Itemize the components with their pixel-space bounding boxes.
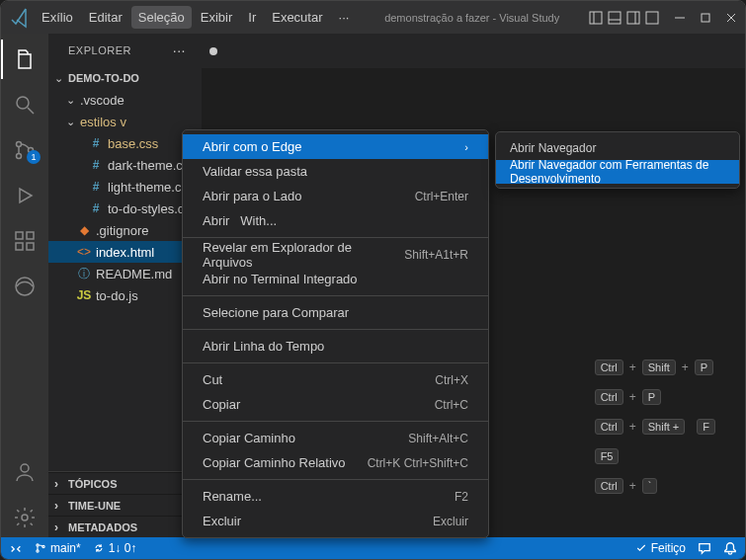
minimize-icon[interactable] [672, 10, 688, 26]
file-dark-theme.css[interactable]: #dark-theme.css [48, 154, 202, 176]
svg-rect-18 [27, 243, 34, 250]
subctx-abrir-navegador-com-ferramentas-de-desenvolvimento[interactable]: Abrir Navegador com Ferramentas de Desen… [496, 160, 739, 184]
svg-rect-6 [646, 12, 658, 24]
file-light-theme.css[interactable]: #light-theme.css [48, 176, 202, 198]
ctx-copiar[interactable]: CopiarCtrl+C [183, 392, 488, 417]
menu-separator [183, 237, 488, 238]
html-file-icon: <> [76, 245, 92, 259]
folder-estilos v[interactable]: ⌄estilos v [48, 111, 202, 132]
file-README.md[interactable]: ⓘREADME.md [48, 263, 202, 284]
sidebar-collapsible-sections: ›TÓPICOS›TIME-UNE›METADADOS [48, 471, 202, 537]
js-file-icon: JS [76, 288, 92, 302]
menu-separator [183, 329, 488, 330]
section-time-une[interactable]: ›TIME-UNE [48, 494, 202, 516]
keyboard-hint: Ctrl+` [595, 478, 658, 494]
file-index.html[interactable]: <>index.html [48, 241, 202, 263]
layout-panel-icon[interactable] [607, 10, 622, 26]
file-base.css[interactable]: #base.css [48, 132, 202, 154]
context-submenu[interactable]: Abrir NavegadorAbrir Navegador com Ferra… [495, 131, 740, 189]
source-control-icon[interactable]: 1 [1, 130, 48, 170]
remote-indicator[interactable] [9, 541, 23, 555]
menu-item-ir[interactable]: Ir [241, 6, 263, 29]
css-file-icon: # [88, 158, 104, 172]
svg-point-23 [37, 544, 39, 546]
ctx-copiar-caminho-relativo[interactable]: Copiar Caminho RelativoCtrl+K Ctrl+Shift… [183, 450, 488, 475]
menu-item-executar[interactable]: Executar [265, 6, 329, 29]
menu-item-exílio[interactable]: Exílio [35, 6, 80, 29]
layout-secondary-icon[interactable] [625, 10, 641, 26]
section-tópicos[interactable]: ›TÓPICOS [48, 472, 202, 494]
folder-.vscode[interactable]: ⌄.vscode [48, 89, 202, 111]
ctx-abrir-no-terminal-integrado[interactable]: Abrir no Terminal Integrado [183, 267, 488, 291]
ctx-excluir[interactable]: ExcluirExcluir [183, 509, 488, 533]
chevron-right-icon: › [464, 141, 468, 153]
svg-point-13 [17, 142, 22, 147]
section-metadados[interactable]: ›METADADOS [48, 516, 202, 537]
extensions-icon[interactable] [1, 221, 48, 261]
edge-tools-icon[interactable] [1, 267, 48, 306]
menu-item-···[interactable]: ··· [332, 6, 357, 29]
settings-gear-icon[interactable] [1, 498, 48, 537]
keyboard-hint: Ctrl+Shift + F [595, 419, 715, 435]
menu-separator [183, 362, 488, 363]
file-to-do-styles.css[interactable]: #to-do-styles.css [48, 198, 202, 219]
editor-tabs[interactable] [202, 34, 745, 68]
ctx-revelar-em-explorador-de-arquivos[interactable]: Revelar em Explorador de ArquivosShift+A… [183, 242, 488, 267]
more-actions-icon[interactable]: ··· [173, 42, 186, 58]
context-menu[interactable]: Abrir com o Edge›Validar essa pastaAbrir… [182, 129, 489, 538]
menu-item-exibir[interactable]: Exibir [194, 6, 240, 29]
git-file-icon: ◆ [76, 223, 92, 237]
search-icon[interactable] [1, 85, 48, 124]
accounts-icon[interactable] [1, 452, 48, 492]
css-file-icon: # [88, 180, 104, 194]
tree-item-label: estilos v [80, 115, 202, 129]
feedback-icon[interactable] [698, 541, 711, 555]
file-.gitignore[interactable]: ◆.gitignore [48, 219, 202, 241]
notifications-icon[interactable] [723, 541, 737, 555]
activity-bar: 1 [1, 34, 48, 537]
tree-item-label: .vscode [80, 93, 202, 108]
chevron-right-icon: › [54, 499, 68, 513]
ctx-abrir-para-o-lado[interactable]: Abrir para o LadoCtrl+Enter [183, 184, 488, 208]
chevron-down-icon: ⌄ [52, 72, 64, 85]
ctx-selecione-para-comparar[interactable]: Selecione para Comparar [183, 300, 488, 325]
file-to-do.js[interactable]: JSto-do.js [48, 284, 202, 306]
explorer-sidebar: EXPLORER ··· ⌄ DEMO-TO-DO ⌄.vscode⌄estil… [48, 34, 202, 537]
svg-rect-17 [16, 243, 23, 250]
spell-check-status[interactable]: Feitiço [635, 541, 686, 555]
menu-item-editar[interactable]: Editar [82, 6, 129, 29]
scm-badge: 1 [27, 150, 41, 164]
ctx-validar-essa-pasta[interactable]: Validar essa pasta [183, 159, 488, 184]
root-label: DEMO-TO-DO [68, 72, 202, 84]
window-title: demonstração a fazer - Visual Study [356, 12, 588, 24]
keyboard-hint: F5 [595, 448, 620, 464]
ctx-abrir-linha-do-tempo[interactable]: Abrir Linha do Tempo [183, 334, 488, 359]
status-bar: main* 1↓ 0↑ Feitiço [1, 537, 745, 559]
svg-rect-4 [627, 12, 639, 24]
ctx-abrir-with-[interactable]: Abrir With... [183, 208, 488, 233]
svg-point-11 [17, 97, 29, 109]
workspace-root[interactable]: ⌄ DEMO-TO-DO [48, 67, 202, 89]
git-branch[interactable]: main* [35, 541, 81, 555]
menu-item-seleção[interactable]: Seleção [131, 6, 192, 29]
layout-primary-icon[interactable] [588, 10, 604, 26]
ctx-rename-[interactable]: Rename...F2 [183, 484, 488, 509]
ctx-abrir-com-o-edge[interactable]: Abrir com o Edge› [183, 134, 488, 159]
subctx-abrir-navegador[interactable]: Abrir Navegador [496, 136, 739, 160]
maximize-icon[interactable] [698, 10, 713, 26]
ctx-copiar-caminho[interactable]: Copiar CaminhoShift+Alt+C [183, 426, 488, 450]
svg-rect-0 [590, 12, 602, 24]
chevron-right-icon: › [54, 520, 68, 534]
layout-customize-icon[interactable] [644, 10, 660, 26]
git-sync[interactable]: 1↓ 0↑ [93, 541, 137, 555]
chevron-right-icon: › [54, 477, 68, 491]
svg-point-22 [22, 515, 28, 520]
ctx-cut[interactable]: CutCtrl+X [183, 367, 488, 392]
explorer-icon[interactable] [1, 40, 48, 79]
close-icon[interactable] [723, 10, 739, 26]
svg-point-24 [37, 550, 39, 552]
chevron-down-icon: ⌄ [64, 116, 76, 128]
run-debug-icon[interactable] [1, 176, 48, 215]
menu-separator [183, 295, 488, 296]
menu-separator [183, 421, 488, 422]
